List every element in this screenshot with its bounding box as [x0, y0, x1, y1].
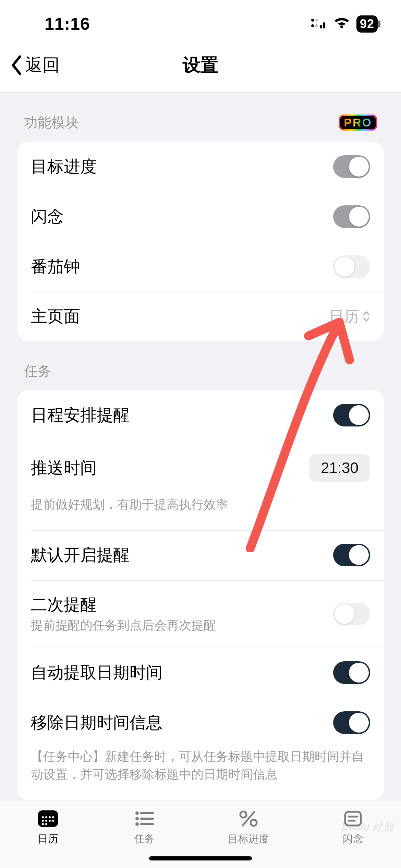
wifi-icon — [333, 17, 350, 31]
note-extract: 【任务中心】新建任务时，可从任务标题中提取日期时间并自动设置，并可选择移除标题中… — [17, 748, 384, 793]
tab-calendar[interactable]: 日历 — [36, 809, 60, 868]
updown-icon — [363, 311, 370, 322]
tab-flash[interactable]: 闪念 — [341, 809, 365, 868]
tab-label-calendar: 日历 — [38, 832, 58, 846]
label-second-reminder: 二次提醒 — [31, 594, 216, 616]
tab-label-tasks: 任务 — [134, 832, 155, 846]
svg-point-1 — [315, 19, 318, 22]
section-title-tasks: 任务 — [24, 362, 51, 381]
pro-badge[interactable]: PRO — [339, 114, 377, 131]
tab-label-flash: 闪念 — [343, 832, 363, 846]
row-default-reminder: 默认开启提醒 — [17, 530, 384, 580]
row-homepage[interactable]: 主页面 日历 — [17, 292, 384, 341]
toggle-schedule-reminder[interactable] — [333, 404, 370, 426]
toggle-pomodoro[interactable] — [333, 255, 370, 278]
homepage-value[interactable]: 日历 — [329, 306, 370, 327]
label-remove-datetime: 移除日期时间信息 — [31, 712, 162, 734]
percent-icon — [236, 809, 261, 829]
svg-point-24 — [240, 811, 246, 818]
back-label: 返回 — [25, 53, 60, 76]
section-header-tasks: 任务 — [17, 341, 384, 390]
watermark: Baidu 经验 — [342, 820, 394, 834]
list-icon — [132, 809, 157, 829]
battery-level: 92 — [356, 15, 378, 33]
toggle-second-reminder[interactable] — [333, 603, 370, 625]
svg-point-16 — [42, 823, 44, 825]
label-pomodoro: 番茄钟 — [31, 256, 80, 278]
svg-point-9 — [45, 816, 47, 818]
row-auto-extract: 自动提取日期时间 — [17, 648, 384, 698]
toggle-remove-datetime[interactable] — [333, 711, 370, 734]
svg-point-25 — [251, 820, 257, 826]
section-title-modules: 功能模块 — [24, 113, 79, 132]
label-homepage: 主页面 — [31, 305, 80, 327]
label-schedule-reminder: 日程安排提醒 — [31, 404, 130, 426]
svg-point-3 — [315, 24, 318, 27]
card-modules: 目标进度 闪念 番茄钟 主页面 日历 — [17, 142, 384, 341]
push-time-value[interactable]: 21:30 — [309, 454, 370, 482]
svg-point-14 — [49, 820, 51, 822]
card-tasks: 日程安排提醒 推送时间 21:30 提前做好规划，有助于提高执行效率 默认开启提… — [17, 390, 384, 800]
label-push-time: 推送时间 — [31, 457, 97, 479]
battery-icon: 92 — [356, 15, 380, 33]
signal-icon — [311, 17, 327, 31]
label-auto-extract: 自动提取日期时间 — [31, 662, 162, 684]
section-header-modules: 功能模块 PRO — [17, 93, 384, 142]
toggle-flash[interactable] — [333, 205, 370, 228]
nav-bar: 返回 设置 — [0, 38, 401, 93]
svg-point-10 — [49, 816, 51, 818]
row-remove-datetime: 移除日期时间信息 — [17, 698, 384, 748]
row-pomodoro: 番茄钟 — [17, 242, 384, 292]
svg-point-2 — [311, 24, 314, 27]
svg-point-12 — [42, 820, 44, 822]
row-schedule-reminder: 日程安排提醒 — [17, 390, 384, 440]
svg-point-20 — [136, 818, 138, 819]
page-title: 设置 — [0, 53, 401, 77]
sub-second-reminder: 提前提醒的任务到点后会再次提醒 — [31, 617, 216, 634]
svg-point-8 — [42, 816, 44, 818]
status-bar: 11:16 92 — [0, 0, 401, 38]
svg-rect-5 — [323, 22, 325, 28]
row-push-time: 推送时间 21:30 — [17, 440, 384, 496]
svg-point-11 — [52, 816, 54, 818]
label-goal-progress: 目标进度 — [31, 156, 97, 178]
chevron-left-icon — [10, 55, 22, 75]
toggle-goal-progress[interactable] — [333, 155, 370, 178]
calendar-icon — [36, 809, 60, 829]
svg-point-0 — [311, 19, 314, 22]
svg-point-22 — [136, 823, 138, 825]
status-time: 11:16 — [45, 14, 90, 34]
svg-point-15 — [52, 820, 54, 822]
svg-line-26 — [243, 812, 254, 825]
toggle-auto-extract[interactable] — [333, 661, 370, 684]
row-second-reminder: 二次提醒 提前提醒的任务到点后会再次提醒 — [17, 580, 384, 648]
row-goal-progress: 目标进度 — [17, 142, 384, 192]
svg-point-17 — [45, 823, 47, 825]
label-flash: 闪念 — [31, 206, 64, 228]
home-indicator[interactable] — [149, 856, 252, 860]
svg-rect-4 — [320, 25, 322, 28]
svg-point-13 — [45, 820, 47, 822]
label-default-reminder: 默认开启提醒 — [31, 544, 130, 566]
note-plan: 提前做好规划，有助于提高执行效率 — [17, 496, 384, 523]
back-button[interactable]: 返回 — [0, 53, 60, 76]
status-indicators: 92 — [311, 15, 380, 33]
toggle-default-reminder[interactable] — [333, 544, 370, 566]
svg-point-18 — [136, 812, 138, 814]
row-flash: 闪念 — [17, 192, 384, 242]
tab-label-progress: 目标进度 — [228, 832, 269, 846]
